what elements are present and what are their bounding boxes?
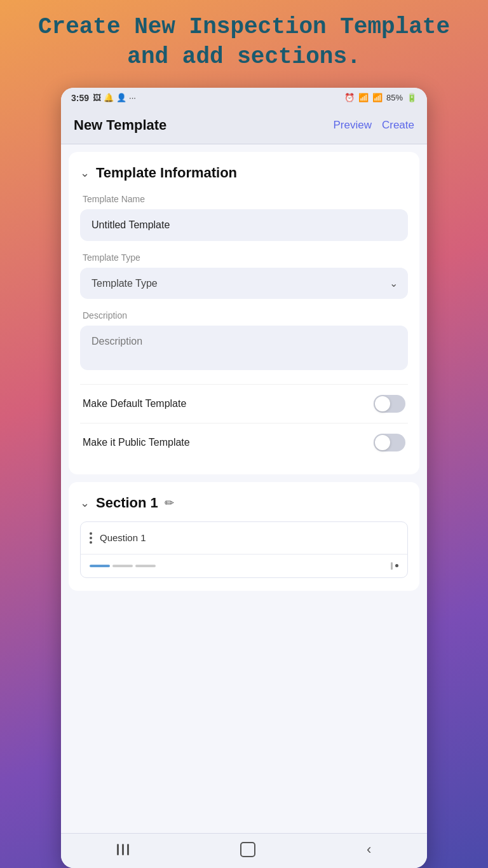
menu-nav-button[interactable] bbox=[117, 844, 129, 855]
section1-card: ⌄ Section 1 ✏ Question 1 bbox=[69, 482, 419, 591]
question-row: Question 1 bbox=[81, 522, 407, 555]
notification-icon: 🔔 bbox=[104, 93, 114, 102]
battery-icon: 🔋 bbox=[407, 93, 417, 102]
page-title: Create New Inspection Template and add s… bbox=[13, 13, 475, 88]
question-card: Question 1 bbox=[80, 521, 408, 578]
template-name-label: Template Name bbox=[80, 194, 408, 204]
question-tab-1[interactable] bbox=[90, 565, 110, 567]
section1-title: Section 1 bbox=[96, 495, 158, 511]
bottom-nav: ‹ bbox=[61, 833, 427, 868]
description-label: Description bbox=[80, 310, 408, 320]
question-tabs bbox=[90, 565, 156, 567]
question-more-icon[interactable] bbox=[395, 564, 398, 567]
template-info-title: Template Information bbox=[96, 165, 237, 181]
nav-actions: Preview Create bbox=[334, 119, 415, 132]
menu-icon bbox=[117, 844, 129, 855]
section1-chevron[interactable]: ⌄ bbox=[80, 496, 90, 510]
question-tab-2[interactable] bbox=[112, 565, 133, 567]
template-type-label: Template Type bbox=[80, 252, 408, 263]
question-bottom-row bbox=[81, 555, 407, 577]
nav-title: New Template bbox=[74, 117, 166, 134]
template-name-group: Template Name bbox=[80, 194, 408, 241]
section1-header: ⌄ Section 1 ✏ bbox=[80, 495, 408, 511]
template-type-select[interactable]: Template Type bbox=[80, 268, 408, 299]
signal-icon: 📶 bbox=[372, 93, 383, 102]
more-icon: ··· bbox=[129, 93, 136, 102]
question-separator bbox=[391, 562, 393, 570]
make-public-toggle[interactable] bbox=[374, 434, 405, 451]
back-nav-button[interactable]: ‹ bbox=[367, 841, 371, 858]
question-text: Question 1 bbox=[100, 532, 146, 543]
nav-header: New Template Preview Create bbox=[61, 108, 427, 144]
preview-button[interactable]: Preview bbox=[334, 119, 372, 132]
status-time: 3:59 bbox=[71, 93, 89, 103]
template-info-header: ⌄ Template Information bbox=[80, 165, 408, 181]
template-info-chevron[interactable]: ⌄ bbox=[80, 166, 90, 180]
template-type-group: Template Type Template Type ⌄ bbox=[80, 252, 408, 299]
home-nav-button[interactable] bbox=[240, 842, 255, 857]
make-public-row: Make it Public Template bbox=[80, 423, 408, 462]
photo-icon: 🖼 bbox=[93, 93, 101, 102]
make-public-label: Make it Public Template bbox=[83, 437, 190, 448]
question-more-icons bbox=[391, 562, 398, 570]
phone-frame: 3:59 🖼 🔔 👤 ··· ⏰ 📶 📶 85% 🔋 New Template … bbox=[61, 88, 427, 868]
description-group: Description bbox=[80, 310, 408, 373]
make-default-toggle[interactable] bbox=[374, 395, 405, 413]
section1-edit-icon[interactable]: ✏ bbox=[165, 496, 174, 510]
battery-text: 85% bbox=[386, 93, 403, 102]
template-info-card: ⌄ Template Information Template Name Tem… bbox=[69, 152, 419, 474]
back-icon: ‹ bbox=[367, 841, 371, 858]
create-button[interactable]: Create bbox=[382, 119, 414, 132]
description-input[interactable] bbox=[80, 326, 408, 370]
drag-handle-icon[interactable] bbox=[90, 532, 92, 544]
alarm-icon: ⏰ bbox=[344, 93, 355, 102]
template-type-wrapper: Template Type ⌄ bbox=[80, 268, 408, 299]
make-default-label: Make Default Template bbox=[83, 398, 186, 410]
content-area: ⌄ Template Information Template Name Tem… bbox=[61, 144, 427, 833]
status-bar: 3:59 🖼 🔔 👤 ··· ⏰ 📶 📶 85% 🔋 bbox=[61, 88, 427, 108]
question-tab-3[interactable] bbox=[135, 565, 156, 567]
template-name-input[interactable] bbox=[80, 209, 408, 241]
make-default-row: Make Default Template bbox=[80, 384, 408, 423]
user-icon: 👤 bbox=[116, 93, 126, 102]
home-icon bbox=[240, 842, 255, 857]
wifi-icon: 📶 bbox=[358, 93, 369, 102]
